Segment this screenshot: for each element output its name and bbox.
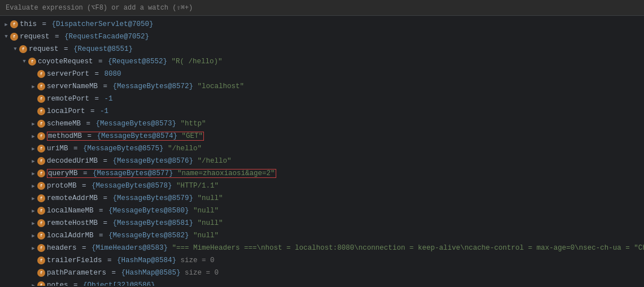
tree-row[interactable]: fcoyoteRequest = {Request@8552} "R( /hel… [0, 55, 644, 68]
tree-row[interactable]: fpathParameters = {HashMap@8585} size = … [0, 267, 644, 279]
expand-icon[interactable] [11, 45, 19, 53]
var-name: request [29, 45, 59, 53]
var-name: remotePort [47, 95, 89, 103]
field-icon: f [37, 132, 45, 140]
expand-icon[interactable] [29, 232, 37, 240]
equals-sign: = [60, 45, 73, 53]
tree-row[interactable]: frequest = {RequestFacade@7052} [0, 31, 644, 43]
field-icon: f [37, 244, 45, 252]
tree-row[interactable]: fmethodMB = {MessageBytes@8574} "GET" [0, 130, 644, 142]
tree-row[interactable]: flocalAddrMB = {MessageBytes@8582} "null… [0, 229, 644, 242]
tree-row[interactable]: fdecodedUriMB = {MessageBytes@8576} "/he… [0, 155, 644, 167]
equals-sign: = [94, 58, 107, 66]
ref-value: {HashMap@8585} [121, 269, 181, 277]
equals-sign: = [69, 145, 82, 153]
expand-icon[interactable] [2, 20, 10, 28]
field-icon: f [37, 120, 45, 128]
var-name: decodedUriMB [47, 157, 98, 165]
var-name: headers [47, 244, 77, 252]
var-name: localAddrMB [47, 232, 94, 240]
field-icon: f [10, 33, 18, 41]
field-icon: f [37, 82, 45, 90]
equals-sign: = [103, 256, 116, 264]
tree-row[interactable]: flocalPort = -1 [0, 105, 644, 118]
tree-row[interactable]: fremoteHostMB = {MessageBytes@8581} "nul… [0, 217, 644, 229]
field-icon: f [19, 45, 27, 53]
var-name: localNameMB [47, 207, 94, 215]
row-content: request = {RequestFacade@7052} [20, 33, 149, 41]
string-value: "localhost" [198, 82, 245, 90]
expand-icon[interactable] [29, 207, 37, 215]
row-content: pathParameters = {HashMap@8585} size = 0 [47, 269, 219, 277]
equals-sign: = [99, 82, 112, 90]
equals-sign: = [82, 120, 95, 128]
row-content: remoteHostMB = {MessageBytes@8581} "null… [47, 219, 223, 227]
expand-icon[interactable] [29, 145, 37, 153]
expand-icon[interactable] [29, 82, 37, 90]
debug-tree: fthis = {DispatcherServlet@7050}frequest… [0, 16, 644, 286]
expand-icon[interactable] [29, 194, 37, 202]
var-name: serverPort [47, 70, 89, 78]
expand-icon[interactable] [29, 182, 37, 190]
row-content: remotePort = -1 [47, 95, 113, 103]
var-name: remoteHostMB [47, 219, 98, 227]
ref-value: {Request@8552} [108, 58, 172, 66]
tree-row[interactable]: fserverPort = 8080 [0, 68, 644, 80]
expand-icon[interactable] [29, 169, 37, 177]
tree-row[interactable]: frequest = {Request@8551} [0, 43, 644, 55]
ref-value: {MimeHeaders@8583} [92, 244, 172, 252]
tree-row[interactable]: flocalNameMB = {MessageBytes@8580} "null… [0, 205, 644, 217]
equals-sign: = [99, 157, 112, 165]
tree-row[interactable]: fremoteAddrMB = {MessageBytes@8579} "nul… [0, 192, 644, 205]
field-icon: f [37, 182, 45, 190]
red-border-highlight: methodMB = {MessageBytes@8574} "GET" [47, 132, 204, 141]
ref-value: {MessageBytes@8582} [108, 232, 193, 240]
tree-row[interactable]: furiMB = {MessageBytes@8575} "/hello" [0, 142, 644, 155]
expand-icon[interactable] [2, 33, 10, 41]
var-name: request [20, 33, 50, 41]
field-icon: f [37, 107, 45, 115]
ref-value: {MessageBytes@8576} [113, 157, 198, 165]
field-icon: f [37, 95, 45, 103]
tree-row[interactable]: fheaders = {MimeHeaders@8583} "=== MimeH… [0, 242, 644, 254]
evaluate-label: Evaluate expression (⌥F8) or add a watch… [6, 3, 193, 12]
string-value: "/hello" [198, 157, 232, 165]
tree-row[interactable]: fnotes = {Object[32]@8586} [0, 279, 644, 286]
expand-icon[interactable] [29, 120, 37, 128]
row-content: remoteAddrMB = {MessageBytes@8579} "null… [47, 194, 223, 202]
row-content: localNameMB = {MessageBytes@8580} "null" [47, 207, 219, 215]
string-value: "=== MimeHeaders ===\nhost = localhost:8… [172, 244, 644, 252]
var-name: uriMB [47, 145, 68, 153]
ref-value: {Object[32]@8586} [83, 281, 155, 286]
field-icon: f [37, 219, 45, 227]
row-content: headers = {MimeHeaders@8583} "=== MimeHe… [47, 244, 644, 252]
tree-row[interactable]: fprotoMB = {MessageBytes@8578} "HTTP/1.1… [0, 180, 644, 192]
string-value: "null" [193, 207, 219, 215]
tree-row[interactable]: fserverNameMB = {MessageBytes@8572} "loc… [0, 80, 644, 93]
ref-value: {MessageBytes@8581} [113, 219, 198, 227]
number-value: -1 [105, 95, 113, 103]
row-content: this = {DispatcherServlet@7050} [20, 20, 154, 28]
string-value: "HTTP/1.1" [176, 182, 219, 190]
ref-value: {MessageBytes@8575} [83, 145, 168, 153]
expand-icon[interactable] [20, 58, 28, 66]
expand-icon[interactable] [29, 219, 37, 227]
row-content: schemeMB = {MessageBytes@8573} "http" [47, 120, 206, 128]
row-content: queryMB = {MessageBytes@8577} "name=zhao… [47, 169, 276, 177]
tree-row[interactable]: fschemeMB = {MessageBytes@8573} "http" [0, 118, 644, 130]
row-content: notes = {Object[32]@8586} [47, 281, 155, 286]
number-value: -1 [100, 107, 108, 115]
equals-sign: = [51, 33, 64, 41]
tree-row[interactable]: ftrailerFields = {HashMap@8584} size = 0 [0, 254, 644, 267]
expand-icon[interactable] [29, 157, 37, 165]
equals-sign: = [107, 269, 120, 277]
expand-icon[interactable] [29, 132, 37, 140]
tree-row[interactable]: fqueryMB = {MessageBytes@8577} "name=zha… [0, 167, 644, 180]
expand-icon[interactable] [29, 244, 37, 252]
number-value: 8080 [105, 70, 121, 78]
expand-icon[interactable] [29, 281, 37, 286]
var-name: pathParameters [47, 269, 106, 277]
tree-row[interactable]: fthis = {DispatcherServlet@7050} [0, 18, 644, 31]
tree-row[interactable]: fremotePort = -1 [0, 93, 644, 105]
row-content: localAddrMB = {MessageBytes@8582} "null" [47, 232, 219, 240]
